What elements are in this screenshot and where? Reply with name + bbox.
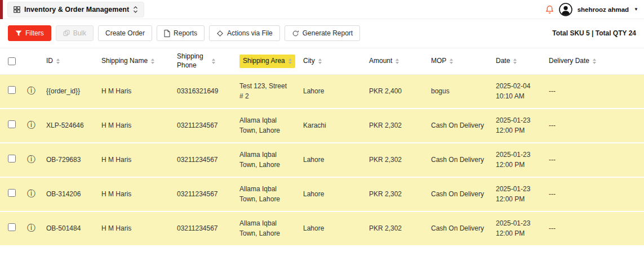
row-checkbox[interactable] [8, 223, 16, 231]
cell-shipping-area: Allama Iqbal Town, Lahore [239, 150, 294, 170]
column-header-shipping-phone[interactable]: Shipping Phone [177, 52, 239, 70]
row-checkbox-cell [8, 155, 27, 165]
row-info-cell: ⓘ [27, 86, 46, 96]
sort-icon[interactable] [288, 58, 292, 64]
sort-icon[interactable] [396, 58, 399, 64]
column-header-shipping-area[interactable]: Shipping Area [239, 55, 303, 68]
cell-mop: Cash On Delivery [431, 155, 496, 165]
filters-button-label: Filters [25, 29, 44, 37]
cell-shipping-phone: 03211234567 [177, 190, 239, 199]
generate-report-icon [292, 30, 299, 37]
avatar[interactable] [559, 3, 572, 16]
table-row[interactable]: ⓘ OB-501484 H M Haris 03211234567 Allama… [0, 212, 644, 245]
cell-shipping-phone: 03211234567 [177, 155, 239, 165]
info-icon[interactable]: ⓘ [27, 154, 35, 164]
cell-shipping-area: Test 123, Street # 2 [239, 82, 294, 101]
topbar: Inventory & Order Management shehrooz ah… [0, 0, 644, 19]
page-title: Inventory & Order Management [24, 6, 129, 13]
column-header-date[interactable]: Date [496, 57, 549, 66]
sort-icon[interactable] [212, 58, 215, 64]
table-row[interactable]: ⓘ XLP-524646 H M Haris 03211234567 Allam… [0, 109, 644, 142]
cell-id: OB-729683 [46, 155, 101, 165]
table-row[interactable]: ⓘ {{order_id}} H M Haris 03316321649 Tes… [0, 75, 644, 108]
cell-mop: Cash On Delivery [431, 224, 496, 233]
row-checkbox[interactable] [8, 189, 16, 197]
header-checkbox-cell [8, 57, 27, 65]
row-checkbox-cell [8, 120, 27, 131]
column-header-amount[interactable]: Amount [369, 57, 431, 66]
cell-amount: PKR 2,400 [369, 87, 431, 96]
row-checkbox-cell [8, 86, 27, 97]
table-header-row: ID Shipping Name Shipping Phone Shipping… [0, 48, 644, 75]
generate-report-button[interactable]: Generate Report [285, 25, 360, 41]
column-header-city[interactable]: City [303, 57, 369, 66]
row-info-cell: ⓘ [27, 223, 46, 233]
user-menu-caret-icon[interactable]: ▼ [634, 7, 638, 12]
column-header-delivery-date[interactable]: Delivery Date [549, 57, 644, 66]
table-row[interactable]: ⓘ OB-314206 H M Haris 03211234567 Allama… [0, 178, 644, 211]
cell-date: 2025-01-23 12:00 PM [496, 184, 549, 204]
row-checkbox-cell [8, 223, 27, 234]
cell-city: Karachi [303, 121, 369, 130]
sort-icon[interactable] [513, 58, 517, 64]
actions-via-file-icon [216, 30, 224, 37]
cell-delivery-date: --- [549, 224, 644, 233]
row-info-cell: ⓘ [27, 120, 46, 130]
cell-shipping-area: Allama Iqbal Town, Lahore [239, 116, 294, 136]
cell-city: Lahore [303, 87, 369, 96]
cell-date: 2025-01-23 12:00 PM [496, 116, 549, 136]
bulk-button[interactable]: Bulk [56, 25, 94, 41]
row-checkbox[interactable] [8, 86, 16, 94]
row-checkbox[interactable] [8, 155, 16, 163]
cell-mop: bogus [431, 87, 496, 96]
sort-icon[interactable] [450, 58, 453, 64]
cell-shipping-name: H M Haris [101, 87, 177, 96]
toolbar: Filters Bulk Create Order Reports Action… [8, 25, 636, 41]
row-checkbox-cell [8, 189, 27, 200]
cell-id: OB-314206 [46, 190, 101, 199]
highlighted-column-label: Shipping Area [239, 55, 295, 68]
column-header-mop[interactable]: MOP [431, 57, 496, 66]
create-order-button-label: Create Order [105, 29, 145, 37]
create-order-button[interactable]: Create Order [98, 25, 152, 41]
cell-id: {{order_id}} [46, 87, 101, 96]
cell-shipping-phone: 03211234567 [177, 121, 239, 130]
sort-icon[interactable] [56, 58, 60, 64]
cell-amount: PKR 2,302 [369, 155, 431, 165]
cell-date: 2025-01-23 12:00 PM [496, 219, 549, 238]
table-row[interactable]: ⓘ OB-729683 H M Haris 03211234567 Allama… [0, 143, 644, 177]
column-header-id[interactable]: ID [46, 57, 101, 66]
bulk-icon [63, 30, 70, 37]
cell-date: 2025-02-04 10:10 AM [496, 82, 549, 101]
actions-via-file-button[interactable]: Actions via File [209, 25, 280, 41]
row-checkbox[interactable] [8, 120, 16, 128]
info-icon[interactable]: ⓘ [27, 188, 35, 198]
cell-shipping-area: Allama Iqbal Town, Lahore [239, 219, 294, 238]
cell-id: OB-501484 [46, 224, 101, 233]
cell-delivery-date: --- [549, 121, 644, 130]
info-icon[interactable]: ⓘ [27, 120, 35, 129]
notification-bell-icon[interactable] [545, 5, 554, 14]
generate-report-button-label: Generate Report [303, 29, 353, 37]
cell-shipping-area: Allama Iqbal Town, Lahore [239, 184, 294, 204]
totals-summary: Total SKU 5 | Total QTY 24 [552, 29, 636, 37]
info-icon[interactable]: ⓘ [27, 85, 35, 95]
filters-button[interactable]: Filters [8, 25, 51, 41]
cell-delivery-date: --- [549, 155, 644, 165]
info-icon[interactable]: ⓘ [27, 223, 35, 232]
select-all-checkbox[interactable] [8, 57, 16, 65]
row-info-cell: ⓘ [27, 189, 46, 199]
row-info-cell: ⓘ [27, 155, 46, 165]
reports-button[interactable]: Reports [157, 25, 205, 41]
app-switcher[interactable]: Inventory & Order Management [7, 2, 144, 17]
column-header-shipping-name[interactable]: Shipping Name [101, 57, 177, 66]
sort-icon[interactable] [151, 58, 154, 64]
reports-button-label: Reports [174, 29, 197, 37]
sort-icon[interactable] [318, 58, 322, 64]
sort-icon[interactable] [593, 58, 596, 64]
orders-table: ID Shipping Name Shipping Phone Shipping… [0, 48, 644, 245]
bulk-button-label: Bulk [73, 29, 86, 37]
grid-icon [14, 6, 20, 13]
cell-id: XLP-524646 [46, 121, 101, 130]
cell-city: Lahore [303, 190, 369, 199]
